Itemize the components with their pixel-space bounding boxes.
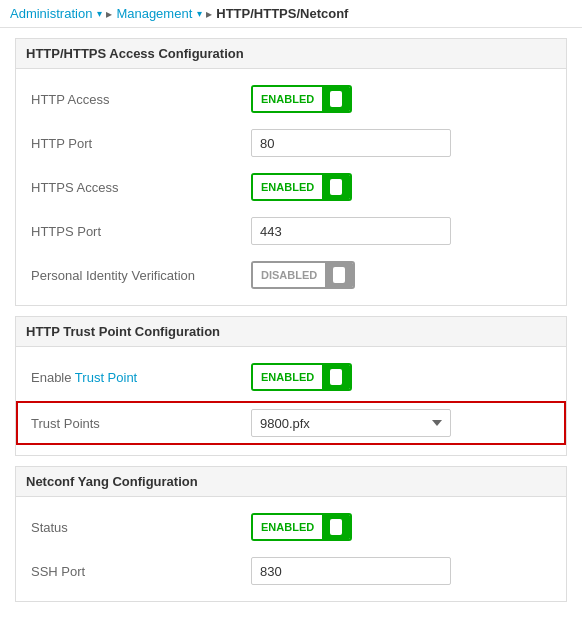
netconf-status-toggle-switch bbox=[322, 513, 350, 541]
ssh-port-label: SSH Port bbox=[31, 564, 251, 579]
enable-trust-point-label: Enable Trust Point bbox=[31, 370, 251, 385]
trust-point-section: HTTP Trust Point Configuration Enable Tr… bbox=[15, 316, 567, 456]
http-access-section-title: HTTP/HTTPS Access Configuration bbox=[15, 38, 567, 69]
https-port-row: HTTPS Port bbox=[16, 209, 566, 253]
http-port-input[interactable] bbox=[251, 129, 451, 157]
https-port-control bbox=[251, 217, 551, 245]
netconf-section-body: Status ENABLED SSH Port bbox=[15, 497, 567, 602]
https-access-label: HTTPS Access bbox=[31, 180, 251, 195]
http-access-row: HTTP Access ENABLED bbox=[16, 77, 566, 121]
netconf-status-toggle[interactable]: ENABLED bbox=[251, 513, 352, 541]
http-access-toggle[interactable]: ENABLED bbox=[251, 85, 352, 113]
https-access-toggle-label: ENABLED bbox=[253, 175, 322, 199]
https-access-toggle[interactable]: ENABLED bbox=[251, 173, 352, 201]
enable-trust-point-toggle[interactable]: ENABLED bbox=[251, 363, 352, 391]
netconf-section: Netconf Yang Configuration Status ENABLE… bbox=[15, 466, 567, 602]
trust-points-row: Trust Points 9800.pfx bbox=[16, 401, 566, 445]
https-port-input[interactable] bbox=[251, 217, 451, 245]
netconf-status-row: Status ENABLED bbox=[16, 505, 566, 549]
netconf-status-label: Status bbox=[31, 520, 251, 535]
ssh-port-control bbox=[251, 557, 551, 585]
netconf-section-title: Netconf Yang Configuration bbox=[15, 466, 567, 497]
breadcrumb-dropdown-mgmt[interactable]: ▾ bbox=[197, 8, 202, 19]
netconf-status-toggle-label: ENABLED bbox=[253, 515, 322, 539]
http-access-toggle-switch bbox=[322, 85, 350, 113]
https-access-control: ENABLED bbox=[251, 173, 551, 201]
piv-toggle-switch bbox=[325, 261, 353, 289]
http-access-section: HTTP/HTTPS Access Configuration HTTP Acc… bbox=[15, 38, 567, 306]
enable-trust-point-row: Enable Trust Point ENABLED bbox=[16, 355, 566, 399]
breadcrumb-sep1: ▸ bbox=[106, 7, 112, 21]
breadcrumb-current: HTTP/HTTPS/Netconf bbox=[216, 6, 348, 21]
piv-label: Personal Identity Verification bbox=[31, 268, 251, 283]
http-port-row: HTTP Port bbox=[16, 121, 566, 165]
http-port-label: HTTP Port bbox=[31, 136, 251, 151]
trust-points-label: Trust Points bbox=[31, 416, 251, 431]
http-access-toggle-label: ENABLED bbox=[253, 87, 322, 111]
https-port-label: HTTPS Port bbox=[31, 224, 251, 239]
http-port-control bbox=[251, 129, 551, 157]
piv-control: DISABLED bbox=[251, 261, 551, 289]
ssh-port-row: SSH Port bbox=[16, 549, 566, 593]
breadcrumb-sep2: ▸ bbox=[206, 7, 212, 21]
breadcrumb-dropdown-admin[interactable]: ▾ bbox=[97, 8, 102, 19]
piv-toggle[interactable]: DISABLED bbox=[251, 261, 355, 289]
http-access-label: HTTP Access bbox=[31, 92, 251, 107]
trust-point-section-body: Enable Trust Point ENABLED Trust Points … bbox=[15, 347, 567, 456]
breadcrumb-admin[interactable]: Administration bbox=[10, 6, 92, 21]
netconf-status-control: ENABLED bbox=[251, 513, 551, 541]
trust-points-select[interactable]: 9800.pfx bbox=[251, 409, 451, 437]
trust-point-section-title: HTTP Trust Point Configuration bbox=[15, 316, 567, 347]
https-access-toggle-switch bbox=[322, 173, 350, 201]
breadcrumb: Administration ▾ ▸ Management ▾ ▸ HTTP/H… bbox=[0, 0, 582, 28]
piv-row: Personal Identity Verification DISABLED bbox=[16, 253, 566, 297]
enable-trust-point-toggle-switch bbox=[322, 363, 350, 391]
http-access-section-body: HTTP Access ENABLED HTTP Port bbox=[15, 69, 567, 306]
enable-trust-point-control: ENABLED bbox=[251, 363, 551, 391]
http-access-control: ENABLED bbox=[251, 85, 551, 113]
breadcrumb-management[interactable]: Management bbox=[116, 6, 192, 21]
trust-points-control: 9800.pfx bbox=[251, 409, 551, 437]
piv-toggle-label: DISABLED bbox=[253, 263, 325, 287]
ssh-port-input[interactable] bbox=[251, 557, 451, 585]
main-content: HTTP/HTTPS Access Configuration HTTP Acc… bbox=[0, 28, 582, 621]
https-access-row: HTTPS Access ENABLED bbox=[16, 165, 566, 209]
enable-trust-point-toggle-label: ENABLED bbox=[253, 365, 322, 389]
